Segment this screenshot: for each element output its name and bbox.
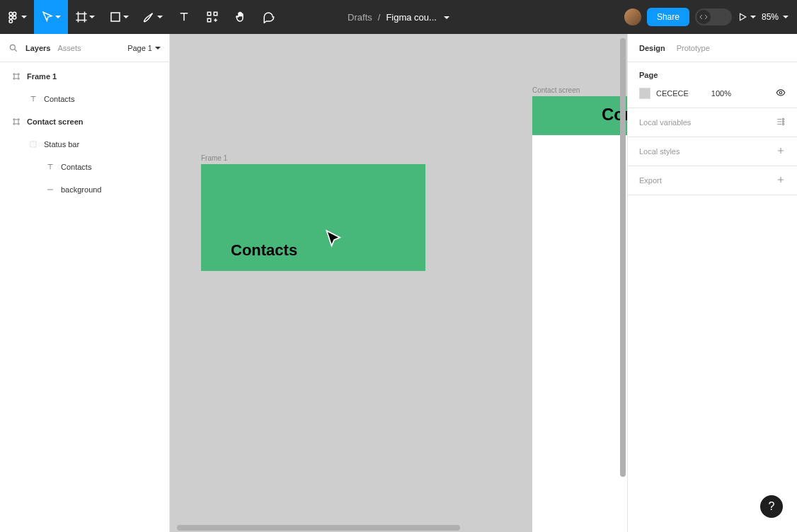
plus-icon[interactable] [776, 175, 786, 186]
svg-point-1 [13, 12, 16, 16]
svg-rect-5 [111, 13, 120, 21]
layer-label: background [61, 185, 102, 194]
canvas-frame-label[interactable]: Frame 1 [201, 154, 227, 162]
layer-label: Contact screen [27, 117, 83, 126]
text-icon [45, 163, 55, 171]
move-tool-icon [41, 11, 54, 23]
frame-tool-button[interactable] [68, 0, 102, 34]
comment-tool-button[interactable] [255, 0, 283, 34]
present-button[interactable] [738, 12, 756, 22]
canvas[interactable]: Frame 1 Contacts Contact screen Cont [170, 34, 627, 532]
layer-row-group[interactable]: Status bar [0, 133, 169, 156]
right-panel-tabs: Design Prototype [628, 34, 797, 62]
design-tab[interactable]: Design [639, 44, 665, 52]
vertical-scrollbar[interactable] [620, 38, 626, 504]
share-button[interactable]: Share [647, 8, 689, 26]
chevron-down-icon[interactable] [444, 12, 449, 23]
horizontal-scrollbar[interactable] [177, 525, 623, 531]
pen-tool-button[interactable] [136, 0, 170, 34]
user-avatar[interactable] [624, 8, 641, 25]
toolbar-right-group: Share 85% [624, 0, 797, 34]
svg-point-12 [782, 118, 784, 120]
section-title: Page [639, 71, 786, 79]
svg-point-14 [782, 123, 784, 125]
canvas-status-bar[interactable]: Cont [532, 96, 627, 135]
section-title: Local variables [639, 118, 691, 127]
help-button[interactable]: ? [760, 495, 783, 518]
svg-point-4 [9, 20, 13, 23]
local-styles-section[interactable]: Local styles [628, 137, 797, 166]
svg-rect-10 [30, 141, 36, 147]
file-breadcrumb[interactable]: Drafts / Figma cou... [348, 12, 449, 23]
assets-tab[interactable]: Assets [57, 44, 81, 52]
page-section: Page CECECE 100% [628, 62, 797, 108]
prototype-tab[interactable]: Prototype [677, 44, 710, 52]
shape-tool-button[interactable] [102, 0, 136, 34]
right-panel: Design Prototype Page CECECE 100% Local … [627, 34, 797, 532]
chevron-down-icon [21, 12, 27, 22]
layer-label: Status bar [44, 140, 79, 149]
export-section[interactable]: Export [628, 166, 797, 195]
layers-tab[interactable]: Layers [25, 44, 50, 52]
search-icon[interactable] [8, 43, 18, 53]
chevron-down-icon [783, 12, 789, 22]
svg-point-0 [9, 12, 13, 16]
color-opacity[interactable]: 100% [711, 89, 731, 98]
text-tool-icon [178, 11, 190, 23]
resources-icon [206, 11, 219, 23]
text-tool-button[interactable] [170, 0, 198, 34]
settings-icon[interactable] [776, 117, 786, 128]
svg-point-3 [13, 16, 16, 20]
breadcrumb-file[interactable]: Figma cou... [386, 12, 437, 23]
main-menu-button[interactable] [0, 0, 34, 34]
page-label: Page 1 [127, 44, 152, 52]
svg-point-11 [779, 91, 782, 94]
chevron-down-icon [157, 12, 163, 22]
hand-tool-icon [234, 11, 247, 23]
color-swatch[interactable] [639, 88, 650, 99]
zoom-control[interactable]: 85% [762, 12, 789, 22]
comment-icon [263, 11, 275, 23]
layer-row-frame[interactable]: Frame 1 [0, 65, 169, 88]
resources-button[interactable] [198, 0, 227, 34]
layer-row-frame[interactable]: Contact screen [0, 110, 169, 133]
breadcrumb-parent[interactable]: Drafts [348, 12, 372, 23]
scrollbar-thumb[interactable] [177, 525, 460, 531]
chevron-down-icon [89, 12, 95, 22]
layer-label: Frame 1 [27, 72, 57, 81]
chevron-down-icon [55, 12, 61, 22]
svg-rect-8 [207, 18, 211, 22]
canvas-frame-1[interactable]: Contacts [201, 164, 425, 271]
local-variables-section[interactable]: Local variables [628, 108, 797, 137]
canvas-frame-contact-screen[interactable]: Cont [532, 96, 627, 532]
frame-icon [11, 117, 21, 126]
layer-label: Contacts [44, 95, 74, 103]
left-panel-header: Layers Assets Page 1 [0, 34, 169, 62]
dev-mode-toggle[interactable] [695, 8, 732, 25]
svg-point-13 [782, 121, 784, 122]
canvas-text-contacts[interactable]: Contacts [231, 241, 297, 260]
section-title: Export [639, 176, 662, 185]
scrollbar-thumb[interactable] [620, 38, 626, 477]
svg-point-9 [10, 45, 15, 50]
layer-row-text[interactable]: Contacts [0, 156, 169, 178]
move-tool-button[interactable] [34, 0, 68, 34]
page-background-row[interactable]: CECECE 100% [639, 88, 786, 99]
group-icon [28, 140, 38, 149]
frame-icon [11, 72, 21, 81]
plus-icon[interactable] [776, 146, 786, 157]
page-selector[interactable]: Page 1 [127, 44, 161, 52]
color-hex[interactable]: CECECE [656, 89, 689, 98]
canvas-frame-label[interactable]: Contact screen [532, 86, 580, 94]
layer-tree: Frame 1 Contacts Contact screen Status b… [0, 62, 169, 201]
svg-point-2 [9, 16, 13, 20]
toolbar-left-group [0, 0, 283, 34]
line-icon [45, 185, 55, 194]
frame-tool-icon [75, 11, 88, 23]
text-icon [28, 95, 38, 103]
layer-row-text[interactable]: Contacts [0, 88, 169, 110]
layer-label: Contacts [61, 163, 91, 171]
visibility-toggle[interactable] [776, 88, 786, 99]
layer-row-line[interactable]: background [0, 178, 169, 201]
hand-tool-button[interactable] [227, 0, 255, 34]
